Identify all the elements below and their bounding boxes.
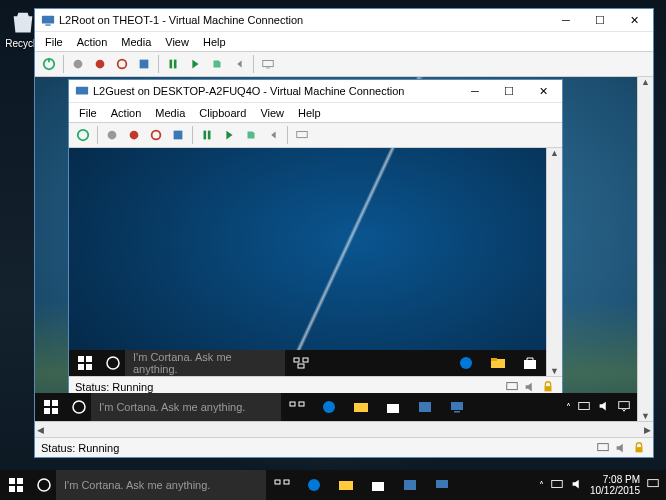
task-view-button[interactable]	[266, 477, 298, 493]
shutdown-button[interactable]	[146, 125, 166, 145]
inner-vm-window: L2Guest on DESKTOP-A2FUQ4O - Virtual Mac…	[68, 79, 563, 397]
outer-vm-window: L2Root on THEOT-1 - Virtual Machine Conn…	[34, 8, 654, 458]
inner-close-button[interactable]: ✕	[526, 81, 560, 101]
inner-menu-view[interactable]: View	[254, 105, 290, 121]
inner-menu-file[interactable]: File	[73, 105, 103, 121]
enhanced-session-button[interactable]	[258, 54, 278, 74]
tray-chevron-icon[interactable]: ˄	[566, 402, 571, 413]
task-view-button[interactable]	[285, 355, 317, 371]
start-menu-button[interactable]	[69, 355, 101, 371]
outer-toolbar	[35, 51, 653, 77]
action-center-icon[interactable]	[646, 477, 660, 493]
outer-guest-taskbar: I'm Cortana. Ask me anything. ˄	[35, 393, 637, 421]
host-tray[interactable]: ˄ 7:08 PM 10/12/2015	[533, 474, 666, 496]
network-icon[interactable]	[577, 399, 591, 415]
start-button[interactable]	[102, 125, 122, 145]
vmconnect-icon	[41, 13, 55, 27]
store-icon[interactable]	[377, 399, 409, 415]
turnoff-button[interactable]	[124, 125, 144, 145]
pause-button[interactable]	[197, 125, 217, 145]
outer-menu-file[interactable]: File	[39, 34, 69, 50]
edge-icon[interactable]	[298, 477, 330, 493]
outer-guest-desktop[interactable]: Windows 10 Enterprise Ir Evaluation copy…	[35, 77, 637, 421]
outer-close-button[interactable]: ✕	[617, 10, 651, 30]
save-button[interactable]	[134, 54, 154, 74]
outer-vertical-scrollbar[interactable]: ▲▼	[637, 77, 653, 421]
svg-rect-0	[42, 16, 54, 24]
start-menu-button[interactable]	[35, 399, 67, 415]
vmconnect-taskbar-icon[interactable]	[441, 399, 473, 415]
file-explorer-icon[interactable]	[345, 399, 377, 415]
svg-rect-34	[44, 400, 50, 406]
volume-icon[interactable]	[597, 399, 611, 415]
edge-icon[interactable]	[313, 399, 345, 415]
edge-icon[interactable]	[450, 355, 482, 371]
outer-content: Windows 10 Enterprise Ir Evaluation copy…	[35, 77, 653, 421]
svg-rect-37	[52, 408, 58, 414]
cortana-search-box[interactable]: I'm Cortana. Ask me anything.	[125, 350, 285, 376]
reset-button[interactable]	[219, 125, 239, 145]
speaker-icon[interactable]	[613, 440, 629, 456]
save-button[interactable]	[168, 125, 188, 145]
revert-button[interactable]	[229, 54, 249, 74]
reset-button[interactable]	[185, 54, 205, 74]
outer-horizontal-scrollbar[interactable]: ◀▶	[35, 421, 653, 437]
cortana-search-box[interactable]: I'm Cortana. Ask me anything.	[91, 393, 281, 421]
action-center-icon[interactable]	[617, 399, 631, 415]
tray-chevron-icon[interactable]: ˄	[539, 480, 544, 491]
cortana-search-box[interactable]: I'm Cortana. Ask me anything.	[56, 470, 266, 500]
outer-menu-media[interactable]: Media	[115, 34, 157, 50]
svg-rect-32	[507, 382, 518, 389]
outer-guest-tray[interactable]: ˄	[560, 399, 637, 415]
pause-button[interactable]	[163, 54, 183, 74]
svg-point-4	[96, 60, 105, 69]
checkpoint-button[interactable]	[241, 125, 261, 145]
store-icon[interactable]	[362, 477, 394, 493]
inner-minimize-button[interactable]: ─	[458, 81, 492, 101]
outer-menu-view[interactable]: View	[159, 34, 195, 50]
inner-menu-help[interactable]: Help	[292, 105, 327, 121]
cortana-placeholder: I'm Cortana. Ask me anything.	[133, 351, 277, 375]
outer-menu-help[interactable]: Help	[197, 34, 232, 50]
inner-guest-desktop[interactable]: I'm Cortana. Ask me anything.	[69, 148, 546, 376]
display-config-icon[interactable]	[595, 440, 611, 456]
hyperv-manager-icon[interactable]	[409, 399, 441, 415]
file-explorer-icon[interactable]	[482, 355, 514, 371]
svg-rect-33	[545, 386, 552, 391]
checkpoint-button[interactable]	[207, 54, 227, 74]
inner-menu-clipboard[interactable]: Clipboard	[193, 105, 252, 121]
network-icon[interactable]	[550, 477, 564, 493]
svg-rect-46	[454, 411, 460, 413]
svg-rect-10	[266, 68, 270, 69]
svg-rect-35	[52, 400, 58, 406]
volume-icon[interactable]	[570, 477, 584, 493]
outer-titlebar[interactable]: L2Root on THEOT-1 - Virtual Machine Conn…	[35, 9, 653, 31]
file-explorer-icon[interactable]	[330, 477, 362, 493]
outer-minimize-button[interactable]: ─	[549, 10, 583, 30]
vmconnect-taskbar-icon[interactable]	[426, 477, 458, 493]
outer-menu-action[interactable]: Action	[71, 34, 114, 50]
tray-clock[interactable]: 7:08 PM 10/12/2015	[590, 474, 640, 496]
svg-rect-9	[263, 61, 274, 67]
ctrl-alt-del-button[interactable]	[39, 54, 59, 74]
cortana-button[interactable]	[67, 399, 91, 415]
revert-button[interactable]	[263, 125, 283, 145]
hyperv-manager-icon[interactable]	[394, 477, 426, 493]
enhanced-session-button[interactable]	[292, 125, 312, 145]
store-icon[interactable]	[514, 355, 546, 371]
turnoff-button[interactable]	[90, 54, 110, 74]
start-button[interactable]	[68, 54, 88, 74]
cortana-button[interactable]	[32, 477, 56, 493]
inner-titlebar[interactable]: L2Guest on DESKTOP-A2FUQ4O - Virtual Mac…	[69, 80, 562, 102]
shutdown-button[interactable]	[112, 54, 132, 74]
outer-maximize-button[interactable]: ☐	[583, 10, 617, 30]
cortana-button[interactable]	[101, 355, 125, 371]
inner-maximize-button[interactable]: ☐	[492, 81, 526, 101]
inner-vertical-scrollbar[interactable]: ▲▼	[546, 148, 562, 376]
start-menu-button[interactable]	[0, 477, 32, 493]
inner-menu-action[interactable]: Action	[105, 105, 148, 121]
ctrl-alt-del-button[interactable]	[73, 125, 93, 145]
svg-point-5	[118, 60, 127, 69]
task-view-button[interactable]	[281, 399, 313, 415]
inner-menu-media[interactable]: Media	[149, 105, 191, 121]
